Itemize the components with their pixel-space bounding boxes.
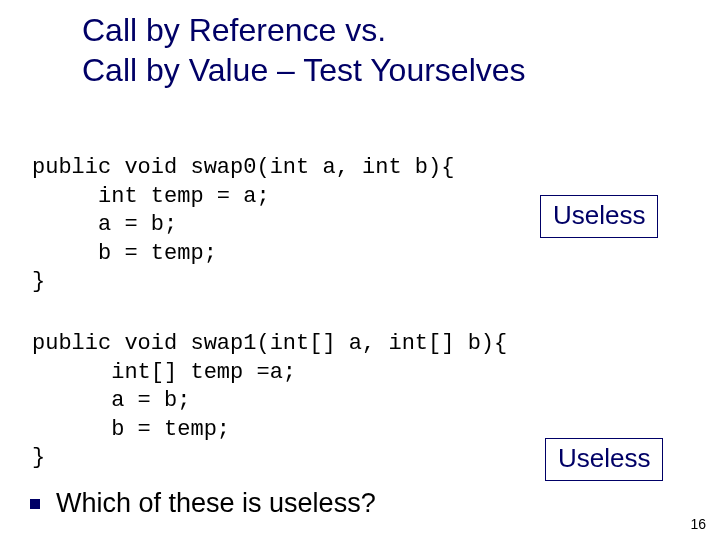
page-number: 16 — [690, 516, 706, 532]
annotation-useless-1: Useless — [540, 195, 658, 238]
bullet-icon — [30, 499, 40, 509]
annotation-useless-2: Useless — [545, 438, 663, 481]
question-row: Which of these is useless? — [30, 488, 376, 519]
question-text: Which of these is useless? — [56, 488, 376, 519]
code-block-swap0: public void swap0(int a, int b){ int tem… — [32, 154, 454, 297]
title-line-1: Call by Reference vs. — [82, 12, 386, 48]
title-line-2: Call by Value – Test Yourselves — [82, 52, 526, 88]
slide-title: Call by Reference vs. Call by Value – Te… — [82, 10, 526, 90]
code-block-swap1: public void swap1(int[] a, int[] b){ int… — [32, 330, 507, 473]
